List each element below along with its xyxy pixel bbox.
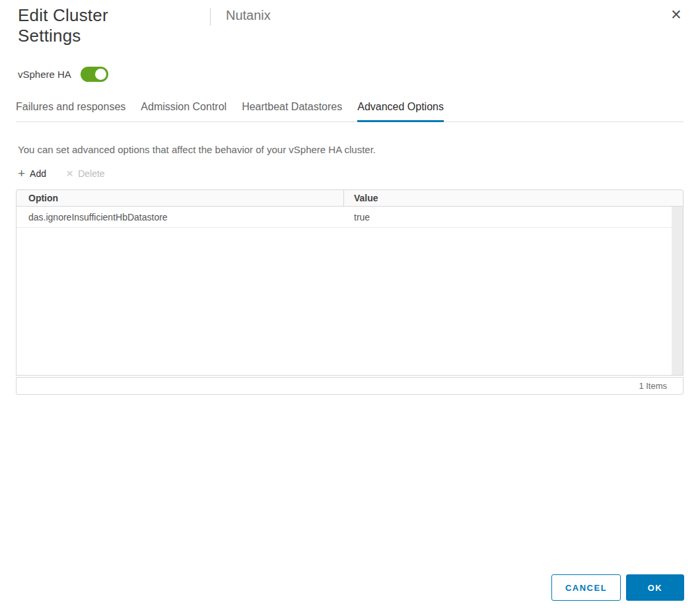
table-row[interactable]: das.ignoreInsufficientHbDatastore true xyxy=(17,207,683,228)
cluster-name-subtitle: Nutanix xyxy=(226,8,271,23)
delete-x-icon: × xyxy=(66,168,73,179)
vsphere-ha-label: vSphere HA xyxy=(18,69,71,80)
advanced-options-description: You can set advanced options that affect… xyxy=(18,144,376,155)
tab-bar: Failures and responses Admission Control… xyxy=(16,99,683,122)
tab-failures-and-responses[interactable]: Failures and responses xyxy=(16,99,125,122)
cancel-button[interactable]: CANCEL xyxy=(551,574,621,601)
title-divider xyxy=(210,8,211,26)
toggle-knob xyxy=(95,69,106,80)
value-cell: true xyxy=(344,207,683,227)
plus-icon: + xyxy=(18,168,25,179)
page-title: Edit Cluster Settings xyxy=(18,5,170,46)
close-icon[interactable]: × xyxy=(667,5,685,24)
vsphere-ha-toggle[interactable] xyxy=(81,67,108,82)
page-title-line1: Edit Cluster xyxy=(18,5,170,26)
table-body: das.ignoreInsufficientHbDatastore true xyxy=(16,207,683,376)
advanced-options-table: Option Value das.ignoreInsufficientHbDat… xyxy=(16,189,683,395)
column-header-value[interactable]: Value xyxy=(344,190,683,206)
delete-button[interactable]: × Delete xyxy=(66,168,105,179)
add-button[interactable]: + Add xyxy=(18,168,46,179)
add-button-label: Add xyxy=(30,168,46,179)
delete-button-label: Delete xyxy=(78,168,104,179)
items-count: 1 Items xyxy=(639,381,667,391)
option-cell: das.ignoreInsufficientHbDatastore xyxy=(17,207,344,227)
table-header-row: Option Value xyxy=(16,189,683,207)
edit-cluster-settings-dialog: Edit Cluster Settings Nutanix × vSphere … xyxy=(0,0,700,610)
action-bar: CANCEL OK xyxy=(551,574,684,601)
column-header-option[interactable]: Option xyxy=(17,190,344,206)
vertical-scrollbar[interactable] xyxy=(672,207,683,375)
tab-heartbeat-datastores[interactable]: Heartbeat Datastores xyxy=(242,99,342,122)
tab-advanced-options[interactable]: Advanced Options xyxy=(357,99,444,122)
vsphere-ha-toggle-row: vSphere HA xyxy=(18,67,108,82)
tab-admission-control[interactable]: Admission Control xyxy=(141,99,227,122)
table-footer: 1 Items xyxy=(16,377,683,395)
page-title-line2: Settings xyxy=(18,26,170,46)
ok-button[interactable]: OK xyxy=(626,574,684,601)
grid-toolbar: + Add × Delete xyxy=(18,168,105,179)
